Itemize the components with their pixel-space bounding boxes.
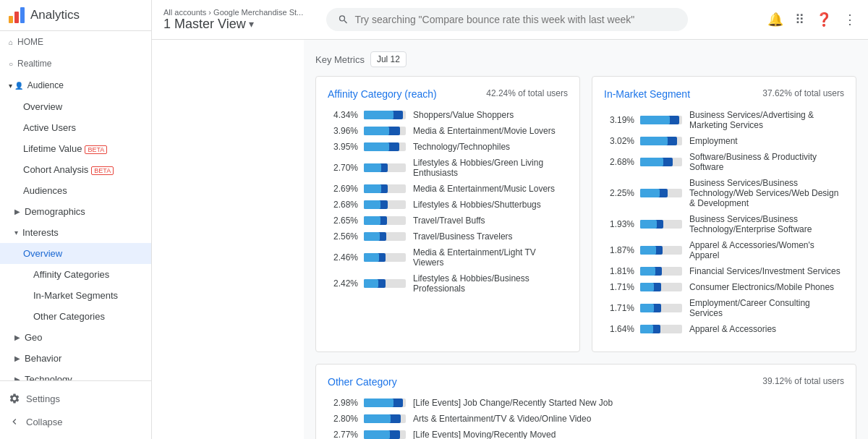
inmarket-card-subtitle: 37.62% of total users (762, 88, 844, 98)
data-percentage: 3.96% (328, 126, 358, 136)
breadcrumb-top: All accounts › Google Merchandise St... (163, 8, 303, 17)
inmarket-card: In-Market Segment 37.62% of total users … (592, 76, 856, 352)
technology-label: Technology (25, 374, 72, 380)
date-button[interactable]: Jul 12 (370, 51, 407, 67)
data-percentage: 2.25% (604, 188, 634, 198)
table-row: 1.71% Consumer Electronics/Mobile Phones (604, 282, 844, 292)
data-percentage: 2.56% (328, 231, 358, 242)
notification-icon[interactable]: 🔔 (767, 12, 783, 27)
chevron-right-behavior-icon: ▶ (14, 354, 20, 362)
affinity-card-title[interactable]: Affinity Category (reach) (328, 88, 437, 100)
sidebar-item-geo[interactable]: ▶ Geo (0, 327, 151, 348)
data-label: Business Services/Business Technology/En… (689, 214, 844, 234)
other-card-title[interactable]: Other Category (328, 376, 397, 388)
breadcrumb-bottom[interactable]: 1 Master View ▾ (163, 17, 303, 32)
bar-container (640, 137, 682, 145)
data-percentage: 2.70% (328, 163, 358, 173)
bar-container (364, 232, 406, 241)
collapse-icon (9, 416, 20, 427)
table-row: 3.19% Business Services/Advertising & Ma… (604, 110, 844, 130)
data-label: Media & Entertainment/Music Lovers (413, 184, 568, 194)
data-percentage: 3.19% (604, 115, 634, 125)
data-label: Media & Entertainment/Light TV Viewers (413, 247, 568, 268)
inmarket-card-header: In-Market Segment 37.62% of total users (604, 88, 844, 100)
data-percentage: 2.65% (328, 216, 358, 226)
sidebar-item-active-users[interactable]: Active Users (0, 117, 151, 138)
master-view-label: 1 Master View (163, 17, 246, 32)
data-percentage: 2.68% (328, 200, 358, 210)
sidebar-item-lifetime-value[interactable]: Lifetime ValueBETA (0, 138, 151, 159)
data-percentage: 2.68% (604, 157, 634, 167)
data-label: Financial Services/Investment Services (689, 266, 844, 276)
sidebar-item-demographics[interactable]: ▶ Demographics (0, 201, 151, 222)
bar-container (640, 189, 682, 197)
data-label: Business Services/Advertising & Marketin… (689, 110, 844, 130)
data-percentage: 1.81% (604, 266, 634, 276)
sidebar-item-audiences[interactable]: Audiences (0, 180, 151, 201)
bar-container (364, 142, 406, 151)
bar-container (364, 279, 406, 288)
data-label: Business Services/Business Technology/We… (689, 178, 844, 208)
data-label: Employment (689, 136, 844, 146)
data-percentage: 1.71% (604, 282, 634, 292)
search-bar[interactable] (326, 8, 688, 31)
sidebar-item-technology[interactable]: ▶ Technology (0, 369, 151, 380)
apps-icon[interactable]: ⠿ (795, 12, 804, 27)
table-row: 2.98% [Life Events] Job Change/Recently … (328, 398, 844, 408)
data-percentage: 2.77% (328, 430, 358, 439)
help-icon[interactable]: ❓ (816, 12, 832, 27)
sidebar-item-interests[interactable]: ▾ Interests (0, 222, 151, 243)
sidebar-item-cohort-analysis[interactable]: Cohort AnalysisBETA (0, 159, 151, 180)
audience-label: Audience (27, 80, 64, 90)
data-label: Apparel & Accessories/Women's Apparel (689, 240, 844, 260)
sidebar-item-behavior[interactable]: ▶ Behavior (0, 348, 151, 369)
bar-container (364, 253, 406, 262)
sidebar-collapse-item[interactable]: Collapse (0, 410, 151, 433)
affinity-card: Affinity Category (reach) 42.24% of tota… (315, 76, 580, 352)
bar-container (640, 116, 682, 124)
table-row: 2.42% Lifestyles & Hobbies/Business Prof… (328, 273, 568, 294)
data-percentage: 1.93% (604, 219, 634, 229)
home-icon: ⌂ (9, 38, 13, 46)
table-row: 2.65% Travel/Travel Buffs (328, 216, 568, 226)
table-row: 2.56% Travel/Business Travelers (328, 231, 568, 242)
data-label: Arts & Entertainment/TV & Video/Online V… (413, 414, 844, 424)
gear-icon (9, 393, 20, 404)
table-row: 1.81% Financial Services/Investment Serv… (604, 266, 844, 276)
sidebar-item-audience[interactable]: ▾ 👤 Audience (0, 74, 151, 96)
bar-container (364, 216, 406, 225)
breadcrumb-chevron: ▾ (249, 18, 254, 30)
sidebar-item-other-categories[interactable]: Other Categories (0, 306, 151, 327)
table-row: 1.87% Apparel & Accessories/Women's Appa… (604, 240, 844, 260)
data-percentage: 1.87% (604, 245, 634, 255)
demographics-label: Demographics (25, 206, 85, 217)
sidebar-item-overview[interactable]: Overview (0, 96, 151, 117)
table-row: 2.25% Business Services/Business Technol… (604, 178, 844, 208)
behavior-label: Behavior (25, 353, 61, 364)
table-row: 4.34% Shoppers/Value Shoppers (328, 110, 568, 120)
search-input[interactable] (354, 14, 676, 25)
data-label: Travel/Business Travelers (413, 231, 568, 242)
other-rows: 2.98% [Life Events] Job Change/Recently … (328, 398, 844, 439)
sidebar-item-interests-overview[interactable]: Overview (0, 243, 151, 264)
inmarket-card-title[interactable]: In-Market Segment (604, 88, 690, 100)
sidebar-item-inmarket-segments[interactable]: In-Market Segments (0, 285, 151, 306)
sidebar-nav: ⌂ HOME ○ Realtime ▾ 👤 Audience Overview … (0, 31, 151, 380)
sidebar-item-realtime[interactable]: ○ Realtime (0, 53, 151, 74)
data-percentage: 3.95% (328, 142, 358, 152)
bar-container (364, 200, 406, 209)
sidebar-item-home[interactable]: ⌂ HOME (0, 31, 151, 53)
data-percentage: 1.71% (604, 303, 634, 313)
data-percentage: 2.46% (328, 252, 358, 263)
collapse-label: Collapse (26, 417, 63, 427)
data-percentage: 2.69% (328, 184, 358, 194)
sidebar-settings-item[interactable]: Settings (0, 387, 151, 410)
data-label: [Life Events] Moving/Recently Moved (413, 430, 844, 439)
bar-container (364, 414, 406, 423)
sidebar-item-affinity-categories[interactable]: Affinity Categories (0, 264, 151, 285)
more-icon[interactable]: ⋮ (843, 12, 856, 27)
bar-container (640, 220, 682, 229)
search-icon (338, 14, 349, 25)
breadcrumb: All accounts › Google Merchandise St... … (163, 8, 303, 32)
data-label: Consumer Electronics/Mobile Phones (689, 282, 844, 292)
